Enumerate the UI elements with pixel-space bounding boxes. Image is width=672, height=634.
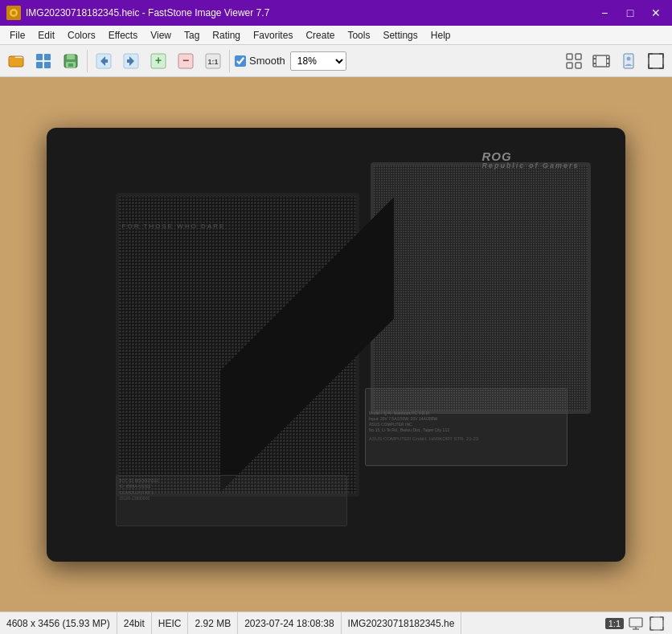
menu-view[interactable]: View [144, 28, 178, 43]
svg-rect-32 [593, 63, 596, 64]
rog-logo: ROG Republic of Gamers [481, 149, 579, 170]
svg-point-36 [627, 56, 631, 60]
status-dimensions: 4608 x 3456 (15.93 MP) [6, 612, 117, 634]
menu-tag[interactable]: Tag [178, 28, 206, 43]
maximize-button[interactable]: □ [621, 3, 640, 22]
label-line-5: ASUS COMPUTER GmbH, HARKORT STR. 21-23 [369, 436, 563, 442]
label-line-1: Model / 型号: Notebook PC V.B.III [369, 411, 563, 416]
menu-effects[interactable]: Effects [102, 28, 144, 43]
svg-rect-13 [68, 63, 73, 67]
monitor-icon-button[interactable] [627, 615, 645, 632]
svg-rect-35 [624, 54, 633, 68]
svg-rect-30 [606, 55, 607, 67]
toolbar-separator-2 [229, 50, 230, 72]
svg-rect-8 [36, 62, 43, 68]
status-filename: IMG20230718182345.he [342, 612, 462, 634]
svg-text:−: − [182, 54, 189, 67]
menu-edit[interactable]: Edit [31, 28, 61, 43]
svg-rect-37 [649, 54, 663, 68]
menu-create[interactable]: Create [299, 28, 341, 43]
menu-tools[interactable]: Tools [341, 28, 376, 43]
label-line-4: No.15, Li-Te Rd., Beitou Dist., Taipei C… [369, 427, 563, 433]
ratio-badge: 1:1 [605, 618, 624, 629]
laptop-image: FOR THOSE WHO DARE ROG Republic of Gamer… [47, 128, 625, 562]
menu-colors[interactable]: Colors [61, 28, 102, 43]
status-ratio-group: 1:1 [605, 615, 666, 632]
svg-text:1:1: 1:1 [207, 58, 218, 66]
toolbar-right [561, 48, 669, 74]
toolbar-separator-1 [87, 50, 88, 72]
app-icon [6, 6, 21, 20]
menu-bar: File Edit Colors Effects View Tag Rating… [0, 26, 672, 45]
image-area: FOR THOSE WHO DARE ROG Republic of Gamer… [0, 77, 672, 612]
menu-file[interactable]: File [3, 28, 31, 43]
svg-rect-29 [596, 55, 596, 67]
label-line-2: Input: 20V 7.5A/150W; 20V 14A/280W [369, 416, 563, 422]
menu-help[interactable]: Help [424, 28, 457, 43]
filmstrip-button[interactable] [588, 48, 614, 74]
back-button[interactable] [91, 48, 117, 74]
laptop-body: FOR THOSE WHO DARE ROG Republic of Gamer… [47, 128, 625, 562]
svg-point-2 [12, 11, 16, 15]
open-folder-button[interactable] [3, 48, 29, 74]
forward-button[interactable] [118, 48, 144, 74]
thumbnails-button[interactable] [31, 48, 56, 74]
window-controls: − □ ✕ [595, 3, 666, 22]
status-bitdepth: 24bit [117, 612, 152, 634]
zoom-out-button[interactable]: − [173, 48, 199, 74]
save-button[interactable] [58, 48, 84, 74]
product-label: Model / 型号: Notebook PC V.B.III Input: 2… [365, 388, 568, 466]
menu-favorites[interactable]: Favorites [247, 28, 299, 43]
svg-rect-7 [44, 54, 51, 60]
menu-rating[interactable]: Rating [206, 28, 247, 43]
svg-rect-38 [629, 618, 642, 627]
status-format: HEIC [152, 612, 189, 634]
menu-settings[interactable]: Settings [376, 28, 424, 43]
reg-text-3: CCAH21LP1749T2 [119, 490, 344, 497]
window-title: IMG20230718182345.heic - FastStone Image… [26, 7, 595, 18]
actual-size-button[interactable]: 1:1 [200, 48, 226, 74]
svg-rect-34 [607, 63, 609, 64]
zoom-group: 5% 10% 18% 25% 33% 50% 75% 100% 150% 200… [290, 51, 346, 71]
reg-label: FCC ID: MSQ0G532Z IC: 3568A-G532Z CCAH21… [116, 475, 347, 527]
reg-text-1: FCC ID: MSQ0G532Z [119, 478, 344, 485]
svg-rect-6 [36, 54, 43, 60]
svg-rect-41 [650, 617, 663, 630]
svg-text:+: + [155, 54, 162, 67]
close-button[interactable]: ✕ [646, 3, 666, 22]
svg-rect-24 [567, 54, 572, 59]
reg-text-2: IC: 3568A-G532Z [119, 484, 344, 490]
svg-rect-4 [9, 58, 23, 67]
svg-rect-27 [576, 63, 581, 68]
svg-rect-25 [576, 54, 581, 59]
reg-text-4: 15100-23830000 [119, 496, 344, 502]
smooth-checkbox[interactable] [235, 55, 246, 67]
toolbar: + − 1:1 Smooth 5% 10% 18% 25% 33% 50% 75… [0, 45, 672, 77]
title-bar: IMG20230718182345.heic - FastStone Image… [0, 0, 672, 26]
portrait-button[interactable] [616, 48, 641, 74]
svg-rect-26 [567, 63, 572, 68]
dare-text: FOR THOSE WHO DARE [122, 223, 226, 230]
svg-rect-9 [44, 62, 51, 68]
status-datetime: 2023-07-24 18:08:38 [238, 612, 341, 634]
smooth-label[interactable]: Smooth [249, 55, 285, 67]
svg-rect-11 [67, 55, 75, 59]
zoom-select[interactable]: 5% 10% 18% 25% 33% 50% 75% 100% 150% 200… [290, 51, 346, 71]
expand-icon-button[interactable] [648, 615, 666, 632]
svg-rect-33 [607, 58, 609, 59]
smooth-group: Smooth [235, 55, 285, 67]
status-bar: 4608 x 3456 (15.93 MP) 24bit HEIC 2.92 M… [0, 612, 672, 634]
zoom-in-button[interactable]: + [145, 48, 171, 74]
grid-view-button[interactable] [561, 48, 587, 74]
minimize-button[interactable]: − [595, 3, 614, 22]
fullscreen-button[interactable] [643, 48, 669, 74]
label-line-3: ASUS COMPUTER INC. [369, 422, 563, 427]
svg-rect-31 [593, 58, 596, 59]
status-filesize: 2.92 MB [188, 612, 238, 634]
vent-right [371, 162, 591, 414]
